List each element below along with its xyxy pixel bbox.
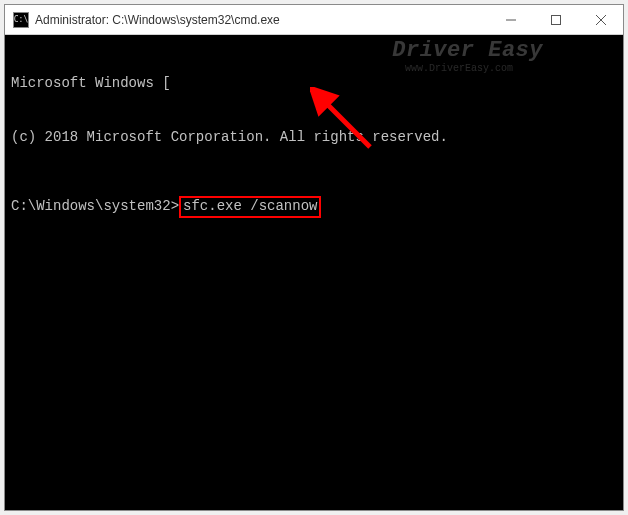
svg-rect-1 — [551, 15, 560, 24]
maximize-icon — [551, 15, 561, 25]
cmd-icon: C:\ — [13, 12, 29, 28]
watermark-brand: Driver Easy — [392, 37, 543, 65]
close-icon — [596, 15, 606, 25]
titlebar: C:\ Administrator: C:\Windows\system32\c… — [5, 5, 623, 35]
maximize-button[interactable] — [533, 5, 578, 34]
command-highlight-box: sfc.exe /scannow — [179, 196, 321, 218]
minimize-button[interactable] — [488, 5, 533, 34]
console-copyright-line: (c) 2018 Microsoft Corporation. All righ… — [11, 129, 617, 147]
command-text: sfc.exe /scannow — [183, 198, 317, 214]
close-button[interactable] — [578, 5, 623, 34]
window-title: Administrator: C:\Windows\system32\cmd.e… — [35, 13, 488, 27]
prompt-line: C:\Windows\system32>sfc.exe /scannow — [11, 196, 321, 218]
prompt-text: C:\Windows\system32> — [11, 198, 179, 216]
console-area[interactable]: Microsoft Windows [ (c) 2018 Microsoft C… — [5, 35, 623, 510]
annotation-arrow-icon — [310, 87, 390, 167]
minimize-icon — [506, 15, 516, 25]
cmd-window: C:\ Administrator: C:\Windows\system32\c… — [4, 4, 624, 511]
console-header-line: Microsoft Windows [ — [11, 75, 617, 93]
window-controls — [488, 5, 623, 34]
